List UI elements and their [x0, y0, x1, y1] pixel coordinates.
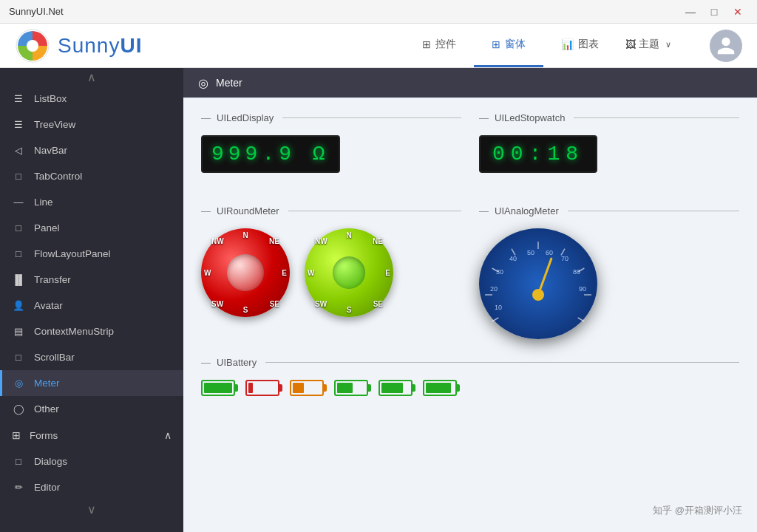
svg-text:50: 50	[527, 249, 534, 256]
meter-sections-row: UIRoundMeter NW N NE W E SW S	[201, 205, 739, 339]
led-sections-row: UILedDisplay 999.9 Ω UILedStopwatch	[201, 112, 739, 188]
sidebar-item-panel[interactable]: □ Panel	[0, 215, 183, 241]
tabcontrol-icon: □	[12, 171, 25, 182]
window-controls: — □ ✕	[680, 1, 748, 22]
title-bar: SunnyUI.Net — □ ✕	[0, 0, 757, 24]
compass-green-se: SE	[373, 300, 383, 308]
compass-red-nw: NW	[211, 237, 224, 245]
listbox-icon: ☰	[12, 93, 25, 104]
sidebar-item-listbox[interactable]: ☰ ListBox	[0, 86, 183, 112]
led-display-section: UILedDisplay 999.9 Ω	[201, 112, 461, 188]
led-display-box: 999.9 Ω	[201, 135, 340, 173]
sidebar-item-editor[interactable]: ✏ Editor	[0, 474, 183, 500]
charts-tab-label: 图表	[578, 38, 599, 51]
sidebar-item-scrollbar[interactable]: □ ScrollBar	[0, 344, 183, 370]
forms-tab-label: 窗体	[505, 38, 526, 51]
battery-empty	[245, 380, 279, 396]
sidebar-label-listbox: ListBox	[34, 93, 67, 104]
maximize-button[interactable]: □	[704, 1, 724, 22]
sidebar: ∧ ☰ ListBox ☰ TreeView ◁ NavBar □ TabCon…	[0, 68, 183, 532]
sidebar-group-forms[interactable]: ⊞ Forms ∧	[0, 422, 183, 449]
dialogs-icon: □	[12, 456, 25, 467]
tab-forms[interactable]: ⊞ 窗体	[474, 24, 543, 67]
sidebar-label-line: Line	[34, 197, 53, 208]
compass-red-w: W	[204, 269, 211, 277]
logo-text: SunnyUI	[58, 34, 142, 58]
battery-half	[334, 380, 368, 396]
group-forms-label: Forms	[30, 430, 58, 441]
sidebar-item-flowlayoutpanel[interactable]: □ FlowLayoutPanel	[0, 241, 183, 267]
svg-point-21	[532, 289, 544, 301]
main-nav: ⊞ 控件 ⊞ 窗体 📊 图表 🖼 主题 ∨	[404, 24, 680, 67]
led-stopwatch-box: 00:18	[479, 135, 597, 173]
compass-red-sw: SW	[211, 300, 223, 308]
themes-tab-label: 主题	[639, 38, 659, 51]
scroll-up-button[interactable]: ∧	[0, 68, 183, 86]
analog-meter-container: 10 20 30 40 50 60 70 80 90	[479, 228, 739, 339]
svg-text:60: 60	[546, 249, 553, 256]
sidebar-item-dialogs[interactable]: □ Dialogs	[0, 449, 183, 474]
battery-three-quarter	[378, 380, 413, 396]
avatar-sidebar-icon: 👤	[12, 300, 25, 311]
avatar[interactable]	[710, 30, 742, 62]
sidebar-label-meter: Meter	[34, 378, 60, 389]
tab-controls[interactable]: ⊞ 控件	[404, 24, 474, 67]
sidebar-item-treeview[interactable]: ☰ TreeView	[0, 112, 183, 137]
navbar-icon: ◁	[12, 145, 25, 156]
close-button[interactable]: ✕	[727, 1, 748, 22]
battery-fill-4	[337, 383, 353, 393]
scroll-down-button[interactable]: ∨	[0, 500, 183, 518]
sidebar-item-transfer[interactable]: ▐▌ Transfer	[0, 267, 183, 293]
svg-line-11	[492, 318, 499, 321]
chevron-down-icon: ∨	[665, 40, 671, 50]
sidebar-item-tabcontrol[interactable]: □ TabControl	[0, 163, 183, 189]
sidebar-item-line[interactable]: — Line	[0, 189, 183, 215]
forms-icon: ⊞	[492, 38, 500, 50]
compass-green-n: N	[346, 231, 351, 239]
svg-text:10: 10	[495, 304, 502, 311]
tab-themes[interactable]: 🖼 主题 ∨	[617, 24, 680, 67]
sidebar-item-contextmenu[interactable]: ▤ ContextMenuStrip	[0, 318, 183, 344]
title-bar-title: SunnyUI.Net	[9, 6, 64, 17]
controls-icon: ⊞	[422, 38, 431, 50]
round-meter-title: UIRoundMeter	[201, 205, 461, 216]
scrollbar-icon: □	[12, 352, 25, 363]
compass-green-ne: NE	[373, 237, 383, 245]
compass-red-s: S	[243, 306, 248, 314]
battery-fill-5	[381, 383, 403, 393]
sidebar-label-tabcontrol: TabControl	[34, 171, 82, 182]
line-icon: —	[12, 197, 25, 208]
compass-container: NW N NE W E SW S SE NW	[201, 228, 461, 317]
sidebar-item-navbar[interactable]: ◁ NavBar	[0, 137, 183, 163]
tab-charts[interactable]: 📊 图表	[543, 24, 617, 67]
led-display-value: 999.9 Ω	[211, 143, 330, 166]
sidebar-label-navbar: NavBar	[34, 145, 67, 156]
sidebar-label-scrollbar: ScrollBar	[34, 352, 75, 363]
sidebar-item-avatar[interactable]: 👤 Avatar	[0, 293, 183, 318]
sidebar-item-meter[interactable]: ◎ Meter	[0, 370, 183, 396]
compass-red-se: SE	[270, 300, 279, 308]
sidebar-label-transfer: Transfer	[34, 274, 71, 285]
svg-text:70: 70	[561, 255, 568, 262]
meter-scale-svg: 10 20 30 40 50 60 70 80 90	[479, 228, 597, 339]
round-meter-section: UIRoundMeter NW N NE W E SW S	[201, 205, 461, 339]
content-header-title: Meter	[216, 77, 242, 89]
content-header-icon: ◎	[198, 76, 208, 90]
compass-green-w: W	[308, 269, 314, 277]
app-title: SunnyUI.Net	[9, 6, 64, 17]
main-layout: ∧ ☰ ListBox ☰ TreeView ◁ NavBar □ TabCon…	[0, 68, 757, 532]
analog-meter-title: UIAnalogMeter	[479, 205, 739, 216]
compass-green-nw: NW	[315, 237, 327, 245]
led-display-title: UILedDisplay	[201, 112, 461, 123]
analog-meter-section: UIAnalogMeter 10 20 30 40	[479, 205, 739, 339]
watermark: 知乎 @开箱测评小汪	[653, 504, 742, 517]
controls-tab-label: 控件	[435, 38, 456, 51]
svg-line-16	[561, 249, 565, 256]
compass-green-s: S	[347, 306, 352, 314]
battery-row	[201, 380, 739, 396]
sidebar-item-other[interactable]: ◯ Other	[0, 396, 183, 422]
sidebar-label-treeview: TreeView	[34, 119, 75, 130]
transfer-icon: ▐▌	[12, 274, 25, 285]
minimize-button[interactable]: —	[680, 1, 701, 22]
compass-red-ne: NE	[269, 237, 279, 245]
